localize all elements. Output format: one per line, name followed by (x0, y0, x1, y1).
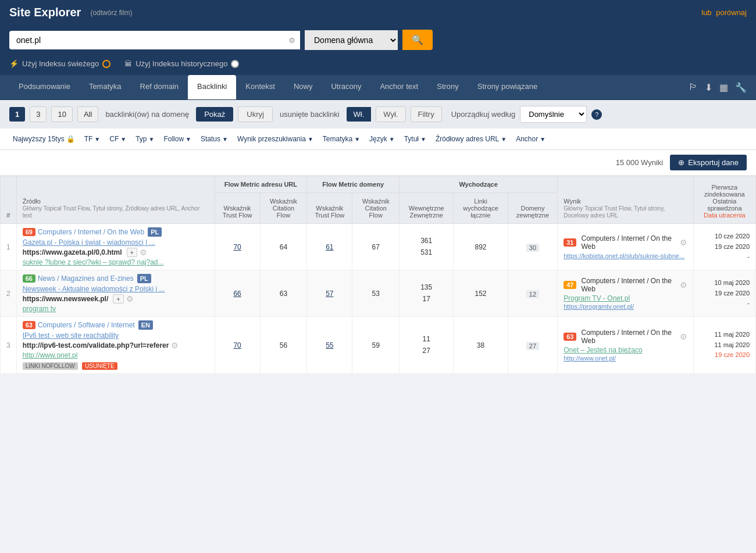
deleted-label: usunięte backlinki (280, 110, 340, 119)
col-filter-najwyzszy[interactable]: Najwyższy 15tys 🔒 (9, 133, 79, 145)
filter-num-all[interactable]: All (77, 106, 98, 122)
col-filter-anchor[interactable]: Anchor ▼ (512, 133, 549, 145)
source-gear-icon[interactable]: ⚙ (171, 341, 179, 350)
tab-anchor-text[interactable]: Anchor text (370, 75, 427, 99)
result-tag: 47 (564, 281, 576, 289)
cf-url: 56 (260, 317, 307, 374)
show-button[interactable]: Pokaż (196, 107, 233, 122)
filter-num-10[interactable]: 10 (51, 106, 72, 122)
result-gear-icon[interactable]: ⚙ (680, 238, 687, 247)
add-url-button[interactable]: + (113, 294, 123, 304)
tf-url: 70 (215, 224, 260, 270)
tab-strony-powiazane[interactable]: Strony powiązane (468, 75, 547, 99)
source-title-link[interactable]: Newsweek - Aktualne wiadomości z Polski … (23, 285, 165, 293)
tab-tematyka[interactable]: Tematyka (80, 75, 131, 99)
header: Site Explorer (odtwórz film) lub porówna… (0, 0, 756, 25)
result-gear-icon[interactable]: ⚙ (680, 332, 687, 341)
col-filter-typ[interactable]: Typ ▼ (132, 133, 158, 145)
source-category: News / Magazines and E-zines (38, 274, 134, 283)
col-filter-tf[interactable]: TF ▼ (81, 133, 104, 145)
tab-nowy[interactable]: Nowy (284, 75, 322, 99)
download-icon[interactable]: ⬇ (705, 82, 712, 93)
result-title-link[interactable]: Onet – Jesteś na bieżąco (564, 346, 642, 354)
th-dates: Pierwsza zindeksowana Ostatnia sprawdzon… (693, 176, 755, 224)
result-title-link[interactable]: Program TV - Onet.pl (564, 294, 630, 302)
tf-url: 66 (215, 270, 260, 317)
result-url-link[interactable]: http://www.onet.pl/ (564, 355, 616, 362)
wrench-icon[interactable]: 🔧 (735, 82, 747, 93)
tf-domain: 61 (307, 224, 352, 270)
source-url: https://www.gazeta.pl/0,0.html (23, 248, 122, 256)
tab-backlinki[interactable]: Backlinki (188, 75, 236, 99)
tab-podsumowanie[interactable]: Podsumowanie (9, 75, 80, 99)
row-num: 2 (1, 270, 17, 317)
filter-num-3[interactable]: 3 (30, 106, 47, 122)
wewn-zewn: 13517 (400, 270, 454, 317)
source-gear-icon[interactable]: ⚙ (126, 294, 134, 304)
col-filter-tematyka[interactable]: Tematyka ▼ (319, 133, 363, 145)
result-url-link[interactable]: https://kobieta.onet.pl/slub/suknie-slub… (564, 252, 684, 259)
result-cell: 63 Computers / Internet / On the Web ⚙ O… (558, 317, 693, 374)
date-cell: 10 cze 202019 cze 2020- (693, 224, 755, 270)
col-filter-jezyk[interactable]: Język ▼ (366, 133, 398, 145)
compare-link[interactable]: porównaj (716, 8, 747, 17)
sort-select[interactable]: Domyślnie TF malejąco CF malejąco (520, 106, 587, 123)
result-gear-icon[interactable]: ⚙ (680, 280, 687, 290)
result-category-text: Computers / Internet / On the Web (581, 277, 677, 293)
fresh-index-radio[interactable] (102, 60, 110, 68)
toggle-on-button[interactable]: Wł. (347, 107, 372, 122)
anchor-text-link[interactable]: suknie ?lubne z sieci?wki – sprawd? naj?… (23, 258, 164, 266)
fresh-index-option[interactable]: ⚡ Użyj Indeksu świeżego (9, 59, 110, 68)
filter-num-1[interactable]: 1 (9, 107, 25, 122)
search-gear-icon[interactable]: ⚙ (288, 35, 295, 44)
export-button[interactable]: ⊕ Eksportuj dane (670, 155, 747, 170)
search-button[interactable]: 🔍 (402, 30, 433, 50)
source-title-link[interactable]: Gazeta.pl - Polska i świat - wiadomosci … (23, 238, 155, 247)
historic-index-option[interactable]: 🏛 Użyj Indeksu historycznego (124, 59, 239, 68)
tab-ref-domain[interactable]: Ref domain (131, 75, 188, 99)
source-title-link[interactable]: IPv6 test - web site reachability (23, 331, 119, 340)
help-icon[interactable]: ? (591, 109, 602, 120)
cf-url: 64 (260, 224, 307, 270)
filters-button[interactable]: Filtry (411, 106, 442, 122)
toggle-off-button[interactable]: Wył. (376, 106, 405, 122)
grid-icon[interactable]: ▦ (719, 82, 728, 93)
th-wskaznik-cf: Wskaźnik Citation Flow (260, 193, 307, 224)
result-cell: 31 Computers / Internet / On the Web ⚙ h… (558, 224, 693, 270)
search-input[interactable] (9, 31, 300, 49)
search-input-wrap: ⚙ (9, 31, 300, 49)
data-table-wrap: # Źródło Główny Topical Trust Flow, Tytu… (0, 176, 756, 374)
add-url-button[interactable]: + (127, 248, 137, 257)
date-lost: 19 cze 2020 (715, 351, 750, 358)
th-wskaznik-cf2: Wskaźnik Citation Flow (352, 193, 400, 224)
col-filter-follow[interactable]: Follow ▼ (160, 133, 195, 145)
linki-wychodzace: 892 (454, 224, 508, 270)
tab-strony[interactable]: Strony (427, 75, 468, 99)
col-filter-wynik-przeszukiwania[interactable]: Wynik przeszukiwania ▼ (234, 133, 317, 145)
historic-index-radio[interactable] (231, 60, 239, 68)
nav-tabs: Podsumowanie Tematyka Ref domain Backlin… (0, 75, 756, 100)
cf-url: 63 (260, 270, 307, 317)
cf-domain: 67 (352, 224, 400, 270)
anchor-text-link[interactable]: program tv (23, 305, 56, 313)
anchor-text-link[interactable]: http://www.onet.pl (23, 351, 78, 359)
col-filter-status[interactable]: Status ▼ (197, 133, 231, 145)
app-title: Site Explorer (9, 6, 81, 19)
th-num: # (1, 176, 17, 224)
tab-kontekst[interactable]: Kontekst (236, 75, 284, 99)
table-row: 1 69 Computers / Internet / On the Web P… (1, 224, 756, 270)
video-label[interactable]: (odtwórz film) (90, 9, 132, 17)
flag-icon[interactable]: 🏳 (689, 82, 698, 92)
col-filter-cf[interactable]: CF ▼ (106, 133, 130, 145)
domain-type-select[interactable]: Domena główna Domena Prefiks Dokładny UR… (305, 30, 398, 50)
tag-tf: 69 (23, 228, 35, 236)
tf-url: 70 (215, 317, 260, 374)
col-filter-tytul[interactable]: Tytuł ▼ (401, 133, 430, 145)
result-url-link[interactable]: https://programtv.onet.pl/ (564, 303, 634, 310)
col-filter-zrodlowy-url[interactable]: Źródłowy adres URL ▼ (432, 133, 510, 145)
tab-utracony[interactable]: Utracony (322, 75, 370, 99)
table-row: 3 63 Computers / Software / Internet EN … (1, 317, 756, 374)
lang-badge: EN (138, 320, 153, 330)
source-gear-icon[interactable]: ⚙ (140, 248, 147, 257)
hide-button[interactable]: Ukryj (238, 106, 273, 122)
